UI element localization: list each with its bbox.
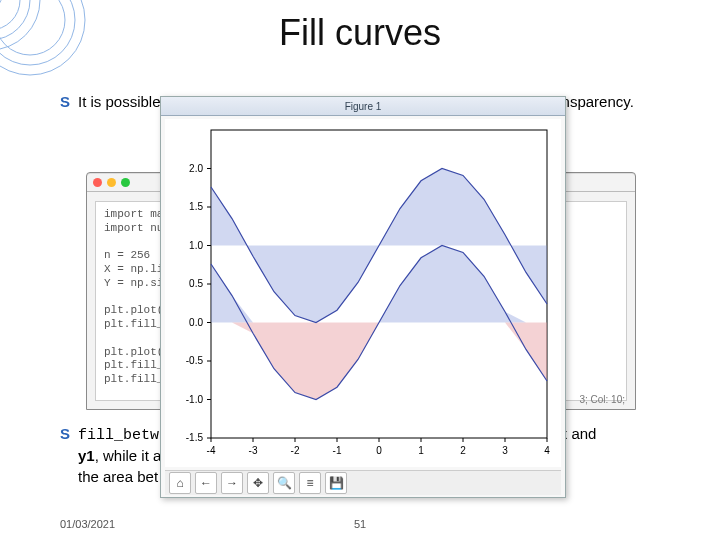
figure-titlebar: Figure 1 <box>161 97 565 116</box>
svg-text:0.5: 0.5 <box>189 278 203 289</box>
figure-title: Figure 1 <box>345 101 382 112</box>
svg-text:-4: -4 <box>207 445 216 456</box>
save-icon[interactable]: 💾 <box>325 472 347 494</box>
svg-text:-1: -1 <box>333 445 342 456</box>
back-icon[interactable]: ← <box>195 472 217 494</box>
code-status: 3; Col: 10; <box>579 394 625 405</box>
min-dot-icon[interactable] <box>107 178 116 187</box>
footer: 01/03/2021 51 <box>60 518 660 530</box>
svg-rect-6 <box>211 130 547 438</box>
footer-page: 51 <box>354 518 366 530</box>
figure-toolbar: ⌂←→✥🔍≡💾 <box>165 470 561 495</box>
config-icon[interactable]: ≡ <box>299 472 321 494</box>
close-dot-icon[interactable] <box>93 178 102 187</box>
zoom-icon[interactable]: 🔍 <box>273 472 295 494</box>
svg-text:4: 4 <box>544 445 550 456</box>
footer-date: 01/03/2021 <box>60 518 115 530</box>
svg-text:-3: -3 <box>249 445 258 456</box>
plot-area: -4-3-2-101234-1.5-1.0-0.50.00.51.01.52.0 <box>165 119 561 467</box>
home-icon[interactable]: ⌂ <box>169 472 191 494</box>
svg-text:1.0: 1.0 <box>189 240 203 251</box>
svg-text:0.0: 0.0 <box>189 317 203 328</box>
svg-text:1: 1 <box>418 445 424 456</box>
figure-window: Figure 1 -4-3-2-101234-1.5-1.0-0.50.00.5… <box>160 96 566 498</box>
max-dot-icon[interactable] <box>121 178 130 187</box>
bullet-mark-icon: S <box>60 424 78 487</box>
forward-icon[interactable]: → <box>221 472 243 494</box>
svg-text:2.0: 2.0 <box>189 163 203 174</box>
svg-text:2: 2 <box>460 445 466 456</box>
svg-text:1.5: 1.5 <box>189 201 203 212</box>
svg-text:0: 0 <box>376 445 382 456</box>
bullet-mark-icon: S <box>60 92 78 112</box>
svg-text:-1.5: -1.5 <box>186 432 204 443</box>
svg-text:-1.0: -1.0 <box>186 394 204 405</box>
svg-text:-0.5: -0.5 <box>186 355 204 366</box>
pan-icon[interactable]: ✥ <box>247 472 269 494</box>
svg-text:-2: -2 <box>291 445 300 456</box>
svg-text:3: 3 <box>502 445 508 456</box>
page-title: Fill curves <box>0 12 720 54</box>
